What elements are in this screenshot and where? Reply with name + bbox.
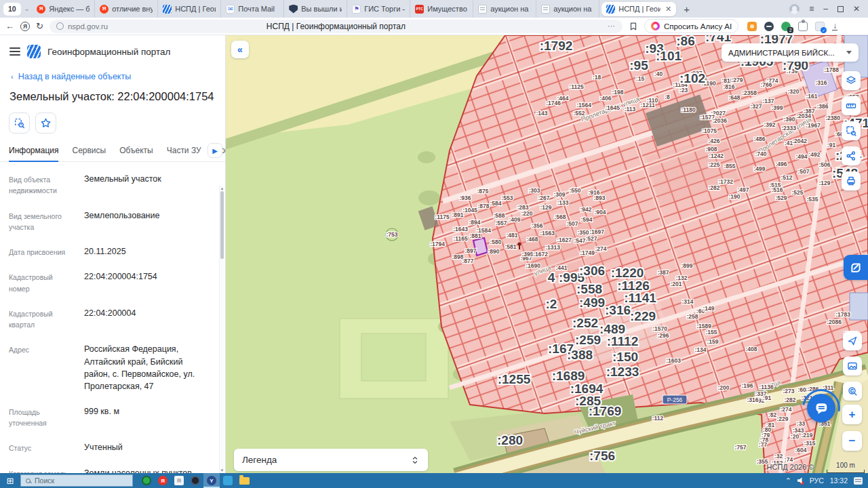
parcel-label: :129 — [818, 180, 830, 186]
parcel-label: :387 — [657, 269, 669, 276]
browser-tab[interactable]: ✉Почта Mail — [221, 0, 284, 18]
parcel-label: :507 — [797, 168, 809, 175]
measure-button[interactable] — [842, 96, 861, 115]
yandex-home-icon[interactable]: Я — [20, 22, 30, 31]
back-to-results-link[interactable]: ‹ Назад в найденные объекты — [0, 62, 225, 83]
map-canvas[interactable]: Р-256 Пролетарская улицаПролетарская ули… — [226, 35, 868, 473]
tab-Сервисы[interactable]: Сервисы — [72, 146, 106, 161]
parcel-label: :23 — [679, 87, 688, 94]
zoom-to-object-button[interactable] — [9, 113, 30, 134]
url-box[interactable]: nspd.gov.ru НСПД | Геоинформационный пор… — [50, 20, 623, 33]
tabs-scroll-next-button[interactable]: ▶ — [208, 143, 222, 158]
browser-tab[interactable]: аукцион на право — [536, 0, 599, 18]
taskbar-app-green[interactable] — [138, 473, 155, 488]
tab-Объекты[interactable]: Объекты — [119, 146, 153, 161]
taskbar-search[interactable]: Поиск — [20, 474, 133, 487]
start-button[interactable]: ⊞ — [0, 476, 20, 486]
extension-blue-check-icon[interactable] — [815, 22, 825, 31]
browser-tab[interactable]: Яотличие внутренн — [95, 0, 158, 18]
panel-scrollbar[interactable]: ▲ ▼ — [219, 186, 224, 473]
cadastral-map[interactable]: Р-256 Пролетарская улицаПролетарская ули… — [226, 35, 868, 473]
refresh-icon[interactable]: ↻ — [36, 22, 43, 30]
browser-tab[interactable]: НСПД | Геоинфор — [158, 0, 221, 18]
profile-avatar[interactable] — [789, 4, 800, 14]
parcel-label: :200 — [717, 384, 729, 391]
parcel-label: :395 — [521, 251, 533, 258]
detail-row: СтатусУчтенный — [9, 441, 210, 453]
browser-tab[interactable]: Вы вышли из сист — [284, 0, 347, 18]
share-button[interactable] — [842, 146, 861, 165]
collapse-panel-button[interactable]: « — [231, 41, 249, 58]
browser-tab[interactable]: ЯЯндекс — быстр — [32, 0, 95, 18]
parcel-label: :499 — [579, 296, 605, 310]
zoom-out-button[interactable]: − — [842, 431, 862, 451]
bookmark-icon[interactable] — [629, 22, 638, 31]
extensions-puzzle-icon[interactable] — [798, 22, 808, 31]
notifications-icon[interactable] — [854, 477, 863, 485]
downloads-icon[interactable]: ↓ — [832, 22, 837, 30]
chat-fab[interactable] — [804, 391, 838, 425]
region-dropdown[interactable]: АДМИНИСТРАЦИЯ БИЙСК... — [722, 43, 859, 62]
tab-Части ЗУ[interactable]: Части ЗУ — [167, 146, 201, 161]
clock[interactable]: 13:32 — [830, 476, 848, 485]
taskbar-app-browser-active[interactable]: Y — [203, 473, 220, 488]
parcel-label: :1794 — [430, 241, 445, 247]
ask-alice-button[interactable]: Спросить Алису AI — [644, 19, 738, 33]
minimize-icon[interactable]: – — [823, 5, 828, 13]
print-button[interactable] — [842, 171, 861, 190]
parcel-label: :1967 — [806, 122, 821, 129]
tab-Информация[interactable]: Информация — [9, 146, 58, 162]
parcel-label: :497 — [737, 186, 749, 193]
restore-icon[interactable] — [837, 6, 844, 12]
zoom-in-button[interactable]: + — [842, 405, 862, 424]
parcel-label: :101 — [656, 49, 682, 63]
extension-green-icon[interactable]: 2 — [781, 22, 791, 31]
tab-list-chevron-icon[interactable]: ⌄ — [24, 5, 30, 12]
tab-close-icon[interactable]: ✕ — [664, 5, 671, 14]
layers-button[interactable] — [842, 71, 861, 90]
my-location-button[interactable] — [843, 331, 862, 350]
back-icon[interactable]: ← — [5, 22, 14, 30]
taskbar-app-dark[interactable] — [187, 473, 203, 488]
extension-orange-icon[interactable] — [747, 22, 757, 31]
legend-bar[interactable]: Легенда — [234, 449, 428, 471]
parcel-label: :878 — [477, 203, 489, 209]
browser-tab[interactable]: РТСИмущество — [410, 0, 473, 18]
detail-label: Кадастровый номер — [9, 270, 75, 294]
select-area-button[interactable] — [842, 121, 861, 140]
parcel-label: :112 — [652, 415, 664, 422]
volume-icon[interactable] — [797, 477, 804, 485]
tab-counter[interactable]: 10 — [3, 3, 21, 16]
taskbar-app-notes[interactable]: ▤ — [171, 473, 187, 488]
parcel-label: :198 — [612, 89, 623, 96]
panel-tabs: ИнформацияСервисыОбъектыЧасти ЗУСостав ▶ — [0, 138, 225, 162]
screen: 10 ⌄ ЯЯндекс — быстрЯотличие внутреннНСП… — [0, 0, 868, 488]
browser-menu-icon[interactable]: ≡ — [809, 5, 814, 13]
menu-burger-icon[interactable] — [9, 47, 20, 56]
new-tab-button[interactable]: + — [678, 4, 695, 14]
browser-tab[interactable]: ⚑ГИС Торги – прод — [347, 0, 410, 18]
taskbar-app-blue[interactable] — [220, 473, 236, 488]
basemap-button[interactable] — [843, 357, 862, 375]
tray-expand-icon[interactable]: ⌃ — [785, 476, 791, 485]
close-icon[interactable]: ✕ — [853, 5, 860, 13]
scroll-up-icon[interactable]: ▲ — [220, 186, 224, 190]
search-on-map-button[interactable] — [843, 382, 862, 401]
taskbar-app-yandex[interactable]: Я — [155, 473, 171, 488]
taskbar-app-explorer[interactable] — [236, 473, 252, 488]
scrollbar-thumb[interactable] — [220, 191, 224, 259]
feedback-button[interactable] — [844, 255, 868, 280]
extensions: 2 ↓ — [745, 22, 840, 31]
extension-dark-icon[interactable] — [764, 22, 774, 31]
browser-tab[interactable]: аукцион на право — [473, 0, 536, 18]
tab-label: Вы вышли из сист — [301, 5, 342, 13]
object-title: Земельный участок: 22:04:200004:1754 — [0, 83, 225, 106]
parcel-label: :1242 — [709, 152, 724, 159]
favorite-button[interactable] — [35, 113, 56, 134]
parcel-label: :392 — [764, 121, 775, 128]
scroll-down-icon[interactable]: ▼ — [220, 468, 224, 472]
browser-tab[interactable]: НСПД | Геоинф✕ — [601, 2, 676, 16]
language-indicator[interactable]: РУС — [810, 476, 824, 485]
parcel-label: :190 — [728, 193, 740, 200]
parcel-label: :496 — [775, 161, 787, 167]
